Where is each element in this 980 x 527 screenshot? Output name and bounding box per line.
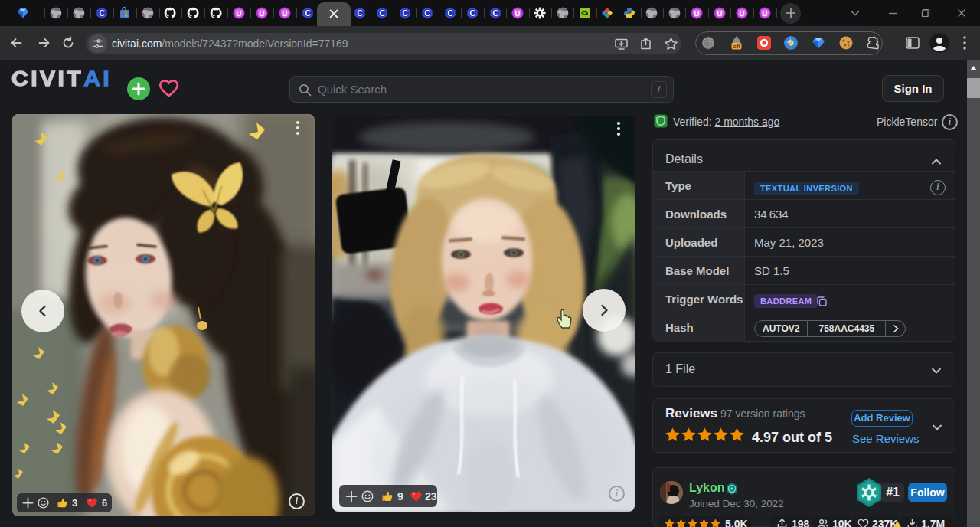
svg-text:C: C bbox=[305, 9, 310, 18]
svg-text:U: U bbox=[740, 9, 745, 18]
svg-text:C: C bbox=[424, 9, 430, 18]
svg-text:off: off bbox=[733, 43, 740, 50]
svg-text:C: C bbox=[357, 9, 362, 18]
svg-text:C: C bbox=[402, 9, 407, 18]
svg-text:U: U bbox=[260, 9, 265, 18]
svg-text:U: U bbox=[717, 9, 723, 18]
svg-text:C: C bbox=[99, 9, 104, 18]
svg-text:C: C bbox=[469, 9, 475, 18]
svg-text:U: U bbox=[237, 9, 242, 18]
svg-text:U: U bbox=[694, 9, 700, 18]
svg-text:U: U bbox=[283, 9, 288, 18]
svg-text:U: U bbox=[763, 9, 768, 18]
svg-text:U: U bbox=[515, 9, 521, 18]
svg-text:C: C bbox=[492, 9, 498, 18]
svg-text:C: C bbox=[447, 9, 452, 18]
svg-text:C: C bbox=[379, 9, 384, 18]
